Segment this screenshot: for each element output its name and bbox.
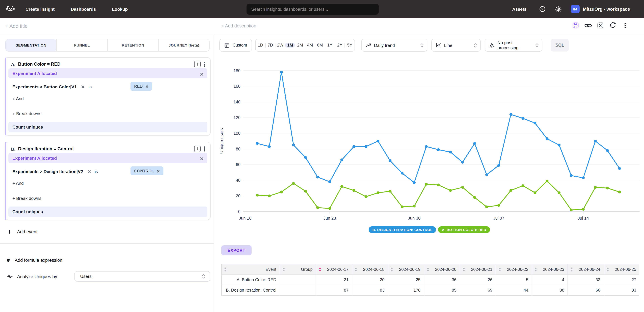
copy-link-icon[interactable] bbox=[584, 21, 592, 29]
segment-title[interactable]: Design Iteration = Control bbox=[18, 146, 74, 151]
aggregation-row[interactable]: Count uniques bbox=[8, 207, 207, 217]
duplicate-segment-icon[interactable] bbox=[194, 61, 200, 67]
nav-right-group: Assets ? IM MitzuOrg - workspace bbox=[512, 0, 630, 18]
col-header-2024-06-17[interactable]: 2024-06-17 bbox=[316, 264, 352, 275]
remove-value-icon[interactable] bbox=[156, 168, 160, 174]
col-header-2024-06-20[interactable]: 2024-06-20 bbox=[424, 264, 460, 275]
remove-filter-icon[interactable] bbox=[81, 84, 84, 90]
filter-property[interactable]: Experiments > Design Iteration|V2 bbox=[12, 169, 83, 174]
cell-0-6: 4 bbox=[532, 275, 568, 285]
add-and-condition[interactable]: + And bbox=[12, 96, 24, 101]
add-breakdown[interactable]: + Break downs bbox=[12, 196, 42, 201]
analyze-by-select[interactable]: Users bbox=[74, 271, 210, 282]
filter-value-chip[interactable]: CONTROL bbox=[130, 166, 163, 175]
workspace-avatar[interactable]: IM bbox=[571, 5, 580, 13]
clear-insight-icon[interactable] bbox=[596, 21, 604, 29]
workspace-name[interactable]: MitzuOrg - workspace bbox=[583, 6, 630, 11]
col-header-2024-06-25[interactable]: 2024-06-25 bbox=[604, 264, 639, 275]
gear-icon[interactable] bbox=[554, 5, 562, 13]
add-formula-button[interactable]: # Add formula expression bbox=[7, 257, 62, 263]
sort-icon[interactable] bbox=[606, 267, 609, 271]
sort-icon[interactable] bbox=[462, 267, 465, 271]
segment-card-a: A. Button Color = RED Experiment Allocat… bbox=[5, 57, 211, 136]
legend-chip-b-design-iteration-control[interactable]: B. DESIGN ITERATION: CONTROL bbox=[368, 226, 436, 233]
add-breakdown[interactable]: + Break downs bbox=[12, 111, 42, 116]
more-options-icon[interactable] bbox=[621, 21, 629, 29]
add-and-condition[interactable]: + And bbox=[12, 181, 24, 186]
remove-filter-icon[interactable] bbox=[87, 168, 91, 174]
sort-icon[interactable] bbox=[570, 267, 573, 271]
col-header-event[interactable]: Event bbox=[222, 264, 280, 275]
tab-segmentation[interactable]: SEGMENTATION bbox=[6, 39, 56, 51]
tab-retention[interactable]: RETENTION bbox=[107, 39, 158, 51]
event-name[interactable]: Experiment Allocated bbox=[12, 71, 57, 76]
aggregation-row[interactable]: Count uniques bbox=[8, 122, 207, 132]
sort-icon[interactable] bbox=[498, 267, 501, 271]
filter-property[interactable]: Experiments > Button Color|V1 bbox=[12, 84, 77, 89]
col-header-2024-06-24[interactable]: 2024-06-24 bbox=[568, 264, 604, 275]
event-row[interactable]: Experiment Allocated bbox=[8, 68, 207, 78]
add-event-button[interactable]: Add event bbox=[8, 229, 38, 234]
filter-value-chip[interactable]: RED bbox=[130, 82, 152, 91]
help-icon[interactable]: ? bbox=[538, 5, 546, 13]
remove-value-icon[interactable] bbox=[146, 83, 148, 89]
range-1y[interactable]: 1Y bbox=[325, 43, 334, 47]
tab-journey-beta[interactable]: JOURNEY (beta) bbox=[158, 39, 209, 51]
sort-icon[interactable] bbox=[534, 267, 537, 271]
col-header-2024-06-18[interactable]: 2024-06-18 bbox=[352, 264, 388, 275]
remove-event-icon[interactable] bbox=[200, 156, 203, 162]
result-panel: Custom 1D7D2W1M2M4M6M1Y2Y5Y Daily trend … bbox=[214, 34, 644, 312]
col-header-2024-06-23[interactable]: 2024-06-23 bbox=[532, 264, 568, 275]
sort-icon[interactable] bbox=[426, 267, 429, 271]
nav-item-dashboards[interactable]: Dashboards bbox=[70, 6, 96, 11]
event-row[interactable]: Experiment Allocated bbox=[8, 153, 207, 163]
post-processing-select[interactable]: No post processing bbox=[485, 39, 542, 52]
remove-event-icon[interactable] bbox=[200, 71, 203, 77]
global-search-input[interactable] bbox=[246, 4, 379, 15]
custom-date-button[interactable]: Custom bbox=[219, 39, 252, 52]
duplicate-segment-icon[interactable] bbox=[194, 146, 200, 152]
range-2y[interactable]: 2Y bbox=[335, 43, 345, 47]
col-header-2024-06-22[interactable]: 2024-06-22 bbox=[496, 264, 532, 275]
col-header-2024-06-19[interactable]: 2024-06-19 bbox=[388, 264, 424, 275]
cell-0-4: 26 bbox=[460, 275, 496, 285]
sort-icon[interactable] bbox=[282, 267, 285, 271]
event-name[interactable]: Experiment Allocated bbox=[12, 156, 57, 161]
sort-icon[interactable] bbox=[224, 267, 227, 271]
filter-operator[interactable]: is bbox=[95, 169, 98, 174]
nav-item-assets[interactable]: Assets bbox=[512, 6, 526, 11]
sort-icon[interactable] bbox=[319, 267, 321, 271]
nav-item-create-insight[interactable]: Create insight bbox=[26, 6, 54, 11]
segment-menu-icon[interactable] bbox=[202, 146, 207, 152]
sort-icon[interactable] bbox=[354, 267, 357, 271]
col-header-2024-06-21[interactable]: 2024-06-21 bbox=[460, 264, 496, 275]
range-2w[interactable]: 2W bbox=[275, 43, 285, 47]
trend-select[interactable]: Daily trend bbox=[361, 39, 427, 52]
col-header-group[interactable]: Group bbox=[280, 264, 316, 275]
query-builder-panel: SEGMENTATIONFUNNELRETENTIONJOURNEY (beta… bbox=[0, 34, 214, 312]
range-6m[interactable]: 6M bbox=[315, 43, 325, 47]
filter-operator[interactable]: is bbox=[88, 84, 92, 89]
range-2m[interactable]: 2M bbox=[295, 43, 305, 47]
segment-menu-icon[interactable] bbox=[202, 62, 207, 67]
segment-title[interactable]: Button Color = RED bbox=[18, 62, 60, 67]
sql-button[interactable]: SQL bbox=[551, 39, 569, 52]
title-bar: + Add title + Add description bbox=[0, 18, 644, 34]
range-4m[interactable]: 4M bbox=[305, 43, 315, 47]
range-7d[interactable]: 7D bbox=[265, 43, 275, 47]
nav-item-lookup[interactable]: Lookup bbox=[112, 6, 128, 11]
refresh-icon[interactable] bbox=[609, 21, 617, 29]
svg-text:Jul 07: Jul 07 bbox=[493, 216, 504, 220]
chart-type-select[interactable]: Line bbox=[431, 39, 481, 52]
mitzu-cat-logo-icon[interactable] bbox=[5, 4, 16, 14]
save-icon[interactable] bbox=[572, 21, 580, 29]
legend-chip-a-button-color-red[interactable]: A. BUTTON COLOR: RED bbox=[438, 226, 490, 233]
tab-funnel[interactable]: FUNNEL bbox=[56, 39, 107, 51]
export-button[interactable]: EXPORT bbox=[221, 245, 252, 255]
range-1d[interactable]: 1D bbox=[256, 43, 265, 47]
sort-icon[interactable] bbox=[390, 267, 393, 271]
add-description-placeholder[interactable]: + Add description bbox=[221, 23, 256, 28]
range-5y[interactable]: 5Y bbox=[345, 43, 354, 47]
add-title-placeholder[interactable]: + Add title bbox=[5, 23, 28, 29]
range-1m[interactable]: 1M bbox=[285, 43, 295, 47]
